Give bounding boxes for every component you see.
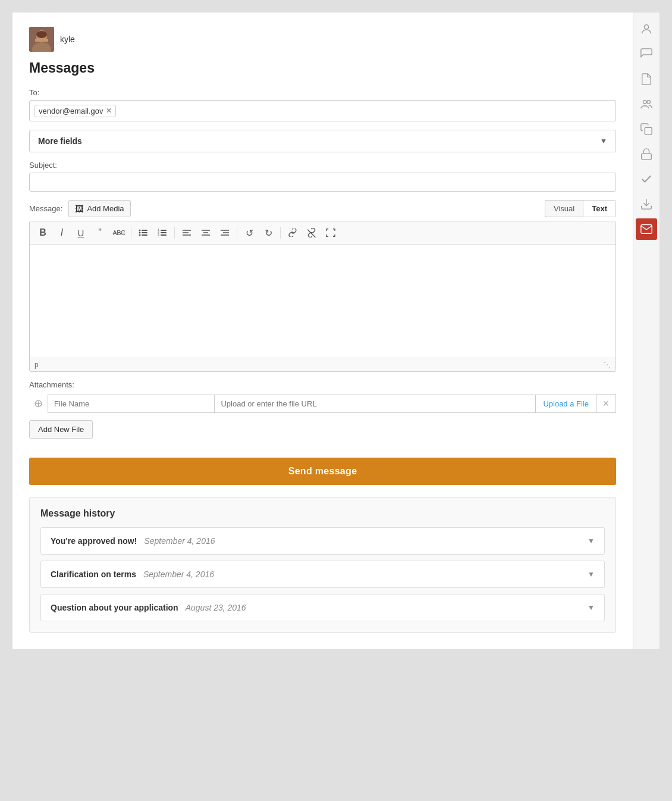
history-item-left-0: You're approved now! September 4, 2016 — [51, 536, 215, 546]
add-new-file-button[interactable]: Add New File — [29, 420, 93, 439]
attachment-remove-button[interactable]: ✕ — [596, 394, 616, 413]
svg-point-10 — [139, 234, 141, 236]
sidebar-copy-icon[interactable] — [636, 118, 657, 140]
history-date-2: August 23, 2016 — [186, 603, 246, 612]
bold-button[interactable]: B — [34, 225, 51, 240]
svg-rect-13 — [161, 230, 167, 231]
attachment-row: ⊕ Upload a File ✕ — [29, 394, 616, 413]
history-chevron-0-icon: ▼ — [588, 537, 595, 545]
drag-handle-icon[interactable]: ⊕ — [29, 397, 48, 410]
history-subject-2: Question about your application — [51, 603, 178, 612]
editor-wrapper: B I U " ABC 123 — [29, 221, 616, 372]
message-history-section: Message history You're approved now! Sep… — [29, 497, 616, 633]
to-field[interactable]: vendor@email.gov ✕ — [29, 100, 616, 121]
blockquote-button[interactable]: " — [92, 225, 108, 240]
message-label-left: Message: 🖼 Add Media — [29, 200, 131, 217]
unlink-button[interactable] — [303, 225, 320, 240]
italic-button[interactable]: I — [54, 225, 70, 240]
more-fields-label: More fields — [38, 136, 82, 146]
more-fields-chevron-icon: ▼ — [600, 137, 607, 145]
history-date-0: September 4, 2016 — [144, 536, 215, 546]
svg-rect-17 — [161, 234, 167, 236]
attachments-label: Attachments: — [29, 380, 616, 389]
fullscreen-button[interactable] — [322, 225, 339, 240]
message-label: Message: — [29, 204, 62, 213]
history-chevron-1-icon: ▼ — [588, 570, 595, 578]
svg-text:3: 3 — [158, 233, 159, 236]
history-chevron-2-icon: ▼ — [588, 603, 595, 612]
align-left-button[interactable] — [178, 225, 195, 240]
more-fields-dropdown[interactable]: More fields ▼ — [29, 130, 616, 152]
editor-tag-indicator: p — [34, 361, 39, 369]
link-button[interactable] — [284, 225, 301, 240]
email-tag-remove[interactable]: ✕ — [106, 107, 112, 115]
email-tag-text: vendor@email.gov — [39, 107, 103, 115]
separator-2 — [174, 227, 175, 239]
subject-input[interactable] — [29, 173, 616, 192]
message-history-title: Message history — [40, 508, 605, 519]
tab-visual[interactable]: Visual — [545, 200, 583, 217]
history-date-1: September 4, 2016 — [143, 570, 214, 579]
history-subject-1: Clarification on terms — [51, 570, 136, 579]
svg-point-8 — [139, 232, 141, 234]
attachments-section: Attachments: ⊕ Upload a File ✕ Add New F… — [29, 380, 616, 439]
user-header: kyle — [29, 27, 616, 52]
svg-point-6 — [139, 230, 141, 231]
message-section: Message: 🖼 Add Media Visual Text B I U — [29, 200, 616, 372]
sidebar-check-icon[interactable] — [636, 168, 657, 190]
separator-4 — [280, 227, 281, 239]
undo-button[interactable]: ↺ — [241, 225, 258, 240]
editor-body[interactable] — [30, 245, 616, 358]
underline-button[interactable]: U — [73, 225, 89, 240]
ordered-list-button[interactable]: 123 — [154, 225, 171, 240]
align-right-button[interactable] — [216, 225, 233, 240]
history-item-left-2: Question about your application August 2… — [51, 603, 246, 612]
sidebar-document-icon[interactable] — [636, 68, 657, 90]
separator-1 — [131, 227, 131, 239]
history-item-2[interactable]: Question about your application August 2… — [40, 594, 605, 621]
sidebar-envelope-icon[interactable] — [636, 218, 657, 240]
message-label-row: Message: 🖼 Add Media Visual Text — [29, 200, 616, 217]
sidebar-person-icon[interactable] — [636, 18, 657, 40]
svg-rect-9 — [142, 232, 147, 233]
sidebar-download-icon[interactable] — [636, 193, 657, 215]
sidebar-lock-icon[interactable] — [636, 143, 657, 165]
tab-text[interactable]: Text — [583, 200, 616, 217]
svg-point-29 — [643, 101, 647, 104]
svg-rect-4 — [35, 39, 48, 42]
svg-rect-11 — [142, 234, 147, 236]
strikethrough-button[interactable]: ABC — [111, 225, 127, 240]
svg-rect-7 — [142, 230, 147, 231]
subject-label: Subject: — [29, 161, 616, 170]
bullet-list-button[interactable] — [135, 225, 152, 240]
editor-footer: p ⋱ — [30, 358, 616, 371]
history-item-left-1: Clarification on terms September 4, 2016 — [51, 570, 214, 579]
history-item-0[interactable]: You're approved now! September 4, 2016 ▼ — [40, 527, 605, 555]
redo-button[interactable]: ↻ — [260, 225, 277, 240]
username-label: kyle — [60, 35, 75, 44]
send-message-button[interactable]: Send message — [29, 458, 616, 485]
attachment-filename-input[interactable] — [48, 395, 214, 413]
add-media-button[interactable]: 🖼 Add Media — [68, 200, 130, 217]
svg-point-28 — [644, 25, 648, 29]
svg-rect-34 — [641, 225, 652, 234]
editor-toolbar: B I U " ABC 123 — [30, 221, 616, 245]
upload-file-link[interactable]: Upload a File — [535, 395, 596, 413]
svg-point-30 — [647, 101, 651, 104]
to-label: To: — [29, 88, 616, 97]
subject-section: Subject: — [29, 161, 616, 192]
add-media-icon: 🖼 — [75, 204, 84, 214]
sidebar — [633, 12, 660, 650]
svg-rect-15 — [161, 232, 167, 233]
align-center-button[interactable] — [197, 225, 214, 240]
sidebar-chat-icon[interactable] — [636, 43, 657, 65]
sidebar-group-icon[interactable] — [636, 93, 657, 115]
attachment-url-input[interactable] — [214, 395, 535, 413]
svg-point-5 — [36, 31, 47, 38]
page-title: Messages — [29, 60, 616, 76]
history-item-1[interactable]: Clarification on terms September 4, 2016… — [40, 561, 605, 588]
separator-3 — [237, 227, 237, 239]
resize-handle-icon[interactable]: ⋱ — [604, 361, 611, 369]
history-subject-0: You're approved now! — [51, 536, 137, 546]
visual-text-tabs: Visual Text — [545, 200, 616, 217]
